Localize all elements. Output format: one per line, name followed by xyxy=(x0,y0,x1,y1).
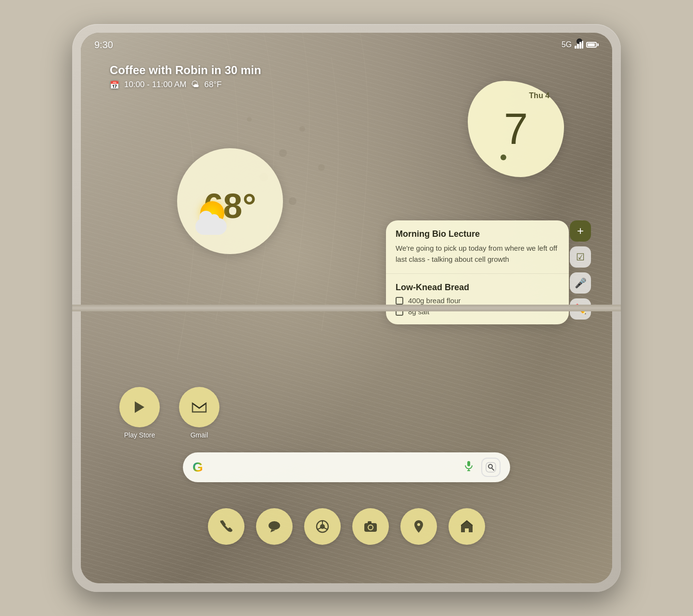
note-1-body: We're going to pick up today from where … xyxy=(396,243,559,265)
search-lens-button[interactable] xyxy=(481,458,500,477)
phone-outer: 9:30 5G Coffee with Robin in 30 min 📅 xyxy=(72,24,621,592)
svg-point-17 xyxy=(269,521,280,530)
note-2-title: Low-Knead Bread xyxy=(396,282,559,293)
svg-rect-14 xyxy=(486,462,496,472)
svg-point-4 xyxy=(289,197,296,205)
svg-rect-8 xyxy=(579,42,581,49)
status-time: 9:30 xyxy=(94,39,113,51)
svg-rect-9 xyxy=(582,41,583,49)
status-bar: 9:30 5G xyxy=(81,33,612,57)
add-note-button[interactable]: + xyxy=(570,220,591,242)
weather-widget[interactable]: 68° xyxy=(177,148,283,254)
chrome-app-dock[interactable] xyxy=(304,508,341,545)
weather-inline-icon: 🌤 xyxy=(191,80,199,90)
svg-line-22 xyxy=(324,528,327,530)
add-icon: + xyxy=(577,224,584,238)
svg-point-3 xyxy=(318,164,325,171)
note-2-item-1-text: 400g bread flour xyxy=(408,296,461,305)
note-2-item-1: 400g bread flour xyxy=(396,296,559,305)
note-1-title: Morning Bio Lecture xyxy=(396,229,559,239)
svg-line-21 xyxy=(318,528,321,530)
svg-line-16 xyxy=(492,468,494,470)
status-icons: 5G xyxy=(562,40,599,49)
svg-rect-11 xyxy=(467,461,470,466)
event-time: 10:00 - 11:00 AM xyxy=(124,80,186,90)
note-1[interactable]: Morning Bio Lecture We're going to pick … xyxy=(386,220,569,274)
battery-icon xyxy=(586,42,599,48)
search-bar[interactable]: G xyxy=(183,452,510,482)
svg-point-0 xyxy=(279,149,287,157)
clock-day-label: Thu 4 xyxy=(529,91,550,100)
play-store-icon xyxy=(131,398,148,416)
messages-app-dock[interactable] xyxy=(256,508,293,545)
search-mic-icon[interactable] xyxy=(463,460,475,475)
event-title: Coffee with Robin in 30 min xyxy=(110,64,261,77)
gmail-app[interactable]: Gmail xyxy=(179,387,219,439)
gmail-icon-circle xyxy=(179,387,219,427)
svg-point-1 xyxy=(299,126,305,132)
dock xyxy=(208,508,485,545)
mic-button[interactable]: 🎤 xyxy=(570,272,591,294)
svg-point-5 xyxy=(247,117,252,122)
gmail-icon xyxy=(191,398,208,416)
phone-app-dock[interactable] xyxy=(208,508,244,545)
network-label: 5G xyxy=(562,40,572,49)
svg-rect-6 xyxy=(575,46,577,49)
weather-inline-temp: 68°F xyxy=(204,80,221,90)
svg-rect-25 xyxy=(368,521,372,524)
signal-icon xyxy=(575,41,583,49)
google-g-logo: G xyxy=(192,460,203,475)
svg-rect-23 xyxy=(364,523,377,532)
clock-time-display: 7 xyxy=(504,107,528,151)
play-store-label: Play Store xyxy=(124,431,155,439)
home-app-dock[interactable] xyxy=(449,508,485,545)
calendar-event-widget[interactable]: Coffee with Robin in 30 min 📅 10:00 - 11… xyxy=(110,64,261,90)
play-store-app[interactable]: Play Store xyxy=(119,387,160,439)
camera-app-dock[interactable] xyxy=(352,508,389,545)
svg-rect-7 xyxy=(577,44,579,49)
svg-point-26 xyxy=(417,523,420,526)
svg-marker-10 xyxy=(135,401,144,413)
checkbox-1[interactable] xyxy=(396,297,403,305)
calendar-icon: 📅 xyxy=(110,80,119,90)
gmail-label: Gmail xyxy=(191,431,208,439)
maps-app-dock[interactable] xyxy=(400,508,437,545)
check-button[interactable]: ☑ xyxy=(570,246,591,268)
play-store-icon-circle xyxy=(119,387,160,427)
event-detail: 📅 10:00 - 11:00 AM 🌤 68°F xyxy=(110,80,261,90)
fold-hinge xyxy=(72,305,621,311)
weather-icon xyxy=(195,201,229,235)
svg-point-15 xyxy=(488,464,492,468)
check-icon: ☑ xyxy=(576,251,585,263)
mic-icon: 🎤 xyxy=(575,277,587,289)
note-2[interactable]: Low-Knead Bread 400g bread flour 8g salt xyxy=(386,274,569,324)
homescreen-apps: Play Store Gmail xyxy=(119,387,219,439)
clock-dot xyxy=(500,154,506,160)
